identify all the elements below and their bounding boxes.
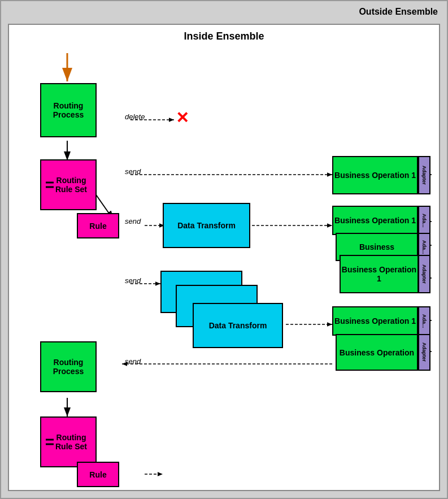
adapter-4a: Ada... bbox=[418, 306, 430, 336]
outside-ensemble: Outside Ensemble Inside Ensemble bbox=[0, 0, 448, 499]
biz-op-2a[interactable]: Business Operation 1 bbox=[332, 206, 418, 235]
biz-op-1[interactable]: Business Operation 1 bbox=[332, 156, 418, 194]
routing-rule-set-2[interactable]: Routing Rule Set bbox=[40, 416, 97, 467]
rule-1[interactable]: Rule bbox=[77, 213, 119, 238]
data-transform-1[interactable]: Data Transform bbox=[163, 203, 250, 248]
send-label-2: send bbox=[125, 217, 141, 225]
rule-2[interactable]: Rule bbox=[77, 462, 119, 487]
biz-op-4b[interactable]: Business Operation bbox=[336, 334, 418, 371]
biz-op-3[interactable]: Business Operation 1 bbox=[340, 255, 419, 293]
routing-rule-set-1[interactable]: Routing Rule Set bbox=[40, 159, 97, 210]
adapter-1: Adapter bbox=[418, 156, 430, 194]
adapter-2a: Ada... bbox=[418, 206, 430, 235]
delete-label: delete bbox=[125, 112, 145, 121]
adapter-3: Adapter bbox=[418, 255, 430, 293]
adapter-4b: Adapter bbox=[418, 334, 430, 371]
send-label-1: send bbox=[125, 167, 141, 176]
send-label-3: send bbox=[125, 276, 141, 285]
biz-op-4a[interactable]: Business Operation 1 bbox=[332, 306, 418, 336]
routing-process-2[interactable]: Routing Process bbox=[40, 341, 97, 392]
x-mark: ✕ bbox=[176, 109, 189, 127]
inside-label: Inside Ensemble bbox=[9, 31, 439, 42]
data-transform-2c[interactable]: Data Transform bbox=[193, 303, 283, 348]
outside-label: Outside Ensemble bbox=[359, 7, 438, 17]
routing-process-1[interactable]: Routing Process bbox=[40, 83, 97, 137]
inside-ensemble: Inside Ensemble bbox=[8, 24, 440, 491]
send-label-4: send bbox=[125, 357, 141, 366]
